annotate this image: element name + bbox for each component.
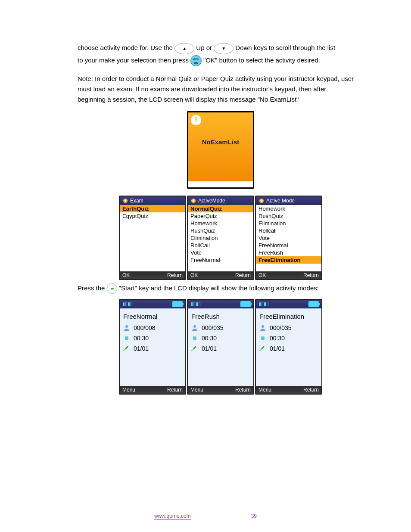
signal-icon: ▮▯▮▯ (190, 301, 201, 307)
list-item[interactable]: NormalQuiz (188, 205, 253, 212)
page-number: 39 (251, 513, 257, 519)
list-item[interactable]: Vote (188, 249, 253, 256)
list-item[interactable]: Rollcall (256, 227, 321, 234)
lcd-active-mode-1: ActiveMode NormalQuizPaperQuizHomeworkRu… (187, 196, 254, 280)
softkey-right[interactable]: Return (303, 272, 319, 278)
list-item[interactable]: FreeNormal (256, 242, 321, 249)
time: 00:30 (270, 335, 285, 342)
list-item[interactable]: RollCall (188, 242, 253, 249)
list-item[interactable]: EarthQuiz (120, 205, 185, 212)
battery-icon (240, 301, 251, 307)
user-icon (123, 324, 130, 331)
intro-line1: choose activity mode for. Use the ▲ Up o… (78, 43, 364, 54)
page-footer: www.qomo.com 39 (0, 513, 411, 519)
text: choose activity mode for. Use the (78, 44, 174, 51)
header-icon (122, 198, 128, 204)
intro-line2: to your make your selection then press M… (78, 55, 364, 66)
text: " button to select the activity desired. (215, 56, 320, 64)
header-icon (258, 198, 265, 204)
time: 00:30 (202, 335, 217, 342)
softkey-left[interactable]: OK (190, 272, 198, 278)
noexam-text: NoExamList (188, 138, 253, 146)
signal-icon: ▮▯▮▯ (122, 301, 133, 307)
list-item[interactable]: Elimination (256, 220, 321, 227)
progress: 01/01 (134, 345, 149, 352)
note-line3: beginning a session, the LCD screen will… (78, 95, 364, 104)
lcd-active-mode-2: Active Mode HomeworkRushQuizEliminationR… (255, 196, 322, 280)
header-icon (190, 198, 196, 204)
note-line2: must load an exam. If no exams are downl… (78, 84, 364, 94)
screen-title: Exam (130, 198, 143, 204)
note-line1: Note: In order to conduct a Normal Quiz … (78, 74, 364, 84)
svg-point-5 (193, 325, 196, 328)
user-icon (259, 324, 266, 331)
lcd-freeelimination: ▮▯▮▯ FreeElimination 000/035 00:30 01/01… (255, 299, 322, 395)
softkey-right[interactable]: Return (235, 387, 251, 393)
start-key-icon: ••• (107, 283, 117, 294)
footer-link[interactable]: www.qomo.com (154, 513, 191, 520)
list-item[interactable]: Homework (256, 205, 321, 212)
list-item[interactable]: RushQuiz (256, 212, 321, 220)
warning-icon: ! (191, 115, 201, 125)
softkey-left[interactable]: OK (122, 272, 130, 278)
clock-icon (259, 335, 266, 342)
count: 000/008 (134, 324, 156, 331)
time: 00:30 (134, 335, 149, 342)
pen-icon (123, 345, 130, 352)
signal-icon: ▮▯▮▯ (258, 301, 269, 307)
lcd-noexamlist: ! NoExamList (187, 111, 254, 189)
svg-rect-4 (125, 336, 128, 340)
softkey-right[interactable]: Return (167, 387, 183, 393)
free-screens-row: ▮▯▮▯ FreeNormal 000/008 00:30 01/01 Menu… (78, 299, 364, 395)
svg-rect-8 (261, 336, 265, 340)
ok-key-icon: MENUOK (190, 55, 202, 66)
battery-icon (172, 301, 183, 307)
text: Up or (196, 44, 214, 51)
list-item[interactable]: FreeRush (256, 249, 321, 256)
list-item[interactable]: RushQuiz (188, 227, 253, 234)
softkey-right[interactable]: Return (303, 387, 319, 393)
lcd-freenormal: ▮▯▮▯ FreeNormal 000/008 00:30 01/01 Menu… (119, 299, 186, 395)
user-icon (191, 324, 198, 331)
pen-icon (191, 345, 198, 352)
softkey-left[interactable]: Menu (122, 387, 135, 393)
svg-point-7 (262, 325, 264, 328)
start-key-line: Press the ••• "Start" key and the LCD di… (78, 283, 364, 294)
battery-icon (308, 301, 319, 307)
text: Down keys to scroll through the list (235, 44, 335, 51)
list-item[interactable]: PaperQuiz (188, 212, 253, 220)
up-key-icon: ▲ (174, 43, 194, 54)
menu-screens-row: Exam EarthQuizEgyptQuiz OK Return Active… (78, 196, 364, 280)
text: to your make your selection then press (78, 56, 190, 64)
count: 000/035 (270, 324, 292, 331)
count: 000/035 (202, 324, 224, 331)
list-item[interactable]: FreeNormal (188, 256, 253, 264)
free-title: FreeElimination (259, 313, 318, 320)
softkey-left[interactable]: Menu (258, 387, 271, 393)
softkey-right[interactable]: Return (235, 272, 251, 278)
list-item[interactable]: Vote (256, 234, 321, 242)
progress: 01/01 (202, 345, 217, 352)
progress: 01/01 (270, 345, 285, 352)
list-item[interactable]: FreeElimination (256, 256, 321, 264)
softkey-left[interactable]: OK (258, 272, 266, 278)
clock-icon (191, 335, 198, 342)
list-item[interactable]: Homework (188, 220, 253, 227)
softkey-right[interactable]: Return (167, 272, 183, 278)
lcd-freerush: ▮▯▮▯ FreeRush 000/035 00:30 01/01 Menu R… (187, 299, 254, 395)
svg-point-3 (125, 325, 128, 328)
list-item[interactable]: EgyptQuiz (120, 212, 185, 220)
screen-title: ActiveMode (198, 198, 225, 204)
pen-icon (259, 345, 266, 352)
down-key-icon: ▼ (214, 43, 234, 54)
softkey-left[interactable]: Menu (190, 387, 203, 393)
clock-icon (123, 335, 130, 342)
free-title: FreeNormal (123, 313, 182, 320)
svg-rect-6 (193, 336, 196, 340)
lcd-exam-list: Exam EarthQuizEgyptQuiz OK Return (119, 196, 186, 280)
list-item[interactable]: Elimination (188, 234, 253, 242)
text: OK (206, 56, 215, 64)
screen-title: Active Mode (266, 198, 295, 204)
free-title: FreeRush (191, 313, 250, 320)
